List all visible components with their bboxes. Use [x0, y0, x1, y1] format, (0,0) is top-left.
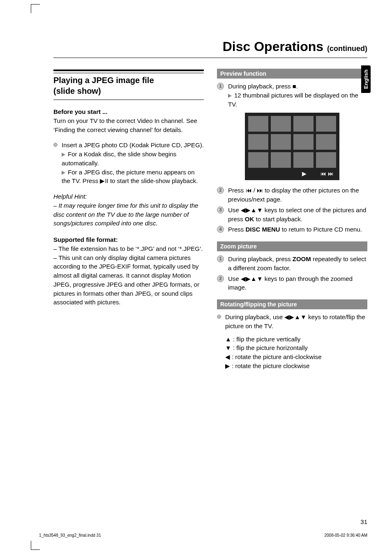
bullet-icon — [53, 143, 58, 147]
arrow-keys-icon: ◀▶▲▼ — [241, 206, 263, 215]
rotate-intro-text: During playback, use ◀▶▲▼ keys to rotate… — [225, 313, 367, 331]
step-3-icon: 3 — [217, 206, 224, 213]
zoom-2-text: Use ◀▶▲▼ keys to pan through the zoomed … — [228, 274, 367, 292]
page-title: Disc Operations (continued) — [53, 39, 367, 58]
step-2-icon: 2 — [217, 187, 224, 194]
zoom-step-2: 2 Use ◀▶▲▼ keys to pan through the zoome… — [217, 274, 367, 292]
left-column: Playing a JPEG image file (slide show) B… — [53, 65, 204, 372]
next-icon: ⏭ — [257, 186, 263, 195]
zoom-label: ZOOM — [293, 255, 311, 262]
zoom-1-text: During playback, press ZOOM repeatedly t… — [228, 255, 367, 273]
right-column: Preview function 1 During playback, pres… — [217, 65, 367, 372]
preview-step-3: 3 Use ◀▶▲▼ keys to select one of the pic… — [217, 206, 367, 224]
language-tab: English — [361, 65, 371, 93]
step-1-icon: 1 — [217, 83, 224, 90]
rotate-heading: Rotating/flipping the picture — [217, 299, 367, 309]
title-suffix: (continued) — [327, 44, 367, 53]
insert-text: Insert a JPEG photo CD (Kodak Picture CD… — [62, 141, 204, 150]
rotate-body: During playback, use ◀▶▲▼ keys to rotate… — [225, 313, 367, 371]
heading-line2: (slide show) — [53, 86, 101, 95]
grid-controls: ▶ ⏮ ⏭ — [248, 170, 336, 177]
preview-heading: Preview function — [217, 69, 367, 79]
rot-up: ▲ : flip the picture vertically — [225, 335, 367, 344]
crop-mark-bl — [31, 541, 40, 550]
step-1-sub: 12 thumbnail pictures will be displayed … — [228, 91, 367, 109]
step-4-icon: 4 — [217, 226, 224, 233]
columns: Playing a JPEG image file (slide show) B… — [53, 65, 367, 372]
arrow-icon — [228, 94, 232, 98]
insert-bullet: Insert a JPEG photo CD (Kodak Picture CD… — [53, 141, 204, 185]
crop-mark-tl — [31, 4, 40, 13]
play-icon: ▶ — [302, 170, 307, 177]
rot-right: ▶ : rotate the picture clockwise — [225, 362, 367, 371]
page-body: Disc Operations (continued) English Play… — [53, 39, 367, 525]
down-icon: ▼ — [225, 343, 231, 352]
rot-left: ◀ : rotate the picture anti-clockwise — [225, 352, 367, 362]
before-text: Turn on your TV to the correct Video In … — [53, 116, 204, 134]
step-1-icon: 1 — [217, 255, 224, 262]
arrow-icon — [62, 153, 65, 157]
before-heading: Before you start ... — [53, 107, 204, 116]
zoom-step-1: 1 During playback, press ZOOM repeatedly… — [217, 255, 367, 273]
hint-heading: Helpful Hint: — [53, 192, 204, 201]
zoom-heading: Zoom picture — [217, 241, 367, 251]
slideshow-heading: Playing a JPEG image file (slide show) — [53, 70, 204, 100]
supported-1: – The file extension has to be ‘*.JPG’ a… — [53, 244, 204, 253]
play-pause-icon: ▶II — [100, 176, 108, 185]
arrow-keys-icon: ◀▶▲▼ — [241, 274, 263, 283]
preview-step-2: 2 Press ⏮ / ⏭ to display the other pictu… — [217, 186, 367, 204]
page-number: 31 — [360, 518, 367, 525]
heading-line1: Playing a JPEG image file — [53, 76, 154, 85]
rotate-intro: During playback, use ◀▶▲▼ keys to rotate… — [217, 313, 367, 371]
hint-body: – It may require longer time for this un… — [53, 201, 204, 228]
bullet-icon — [217, 315, 221, 319]
disc-menu-label: DISC MENU — [246, 226, 280, 233]
insert-sub2: For a JPEG disc, the picture menu appear… — [62, 168, 204, 186]
prev-icon: ⏮ — [246, 186, 252, 195]
insert-sub1: For a Kodak disc, the slide show begins … — [62, 150, 204, 168]
right-icon: ▶ — [225, 362, 230, 371]
footer-left: 1_hts3548_93_eng2_final.indd 31 — [39, 533, 101, 538]
arrow-keys-icon: ◀▶▲▼ — [284, 313, 307, 322]
step-1-text: During playback, press ■. — [228, 82, 367, 91]
supported-heading: Supported file format: — [53, 235, 204, 244]
stop-icon: ■ — [293, 82, 296, 91]
preview-step-4: 4 Press DISC MENU to return to Picture C… — [217, 225, 367, 234]
rot-down: ▼ : flip the picture horizontally — [225, 343, 367, 352]
left-icon: ◀ — [225, 352, 230, 362]
thumbnail-grid: ▶ ⏮ ⏭ — [245, 113, 339, 180]
preview-step-1: 1 During playback, press ■. 12 thumbnail… — [217, 82, 367, 109]
insert-body: Insert a JPEG photo CD (Kodak Picture CD… — [62, 141, 204, 185]
footer-right: 2008-05-02 9:36:40 AM — [324, 533, 367, 538]
arrow-icon — [62, 171, 65, 175]
rotate-list: ▲ : flip the picture vertically ▼ : flip… — [225, 335, 367, 371]
step-2-icon: 2 — [217, 275, 224, 282]
ok-label: OK — [245, 216, 254, 223]
step-2-text: Press ⏮ / ⏭ to display the other picture… — [228, 186, 367, 204]
step-4-text: Press DISC MENU to return to Picture CD … — [228, 225, 362, 234]
prev-next-icon: ⏮ ⏭ — [321, 170, 334, 177]
supported-2: – This unit can only display digital cam… — [53, 253, 204, 307]
step-1-body: During playback, press ■. 12 thumbnail p… — [228, 82, 367, 109]
title-main: Disc Operations — [223, 39, 323, 54]
step-3-text: Use ◀▶▲▼ keys to select one of the pictu… — [228, 206, 367, 224]
up-icon: ▲ — [225, 335, 231, 344]
